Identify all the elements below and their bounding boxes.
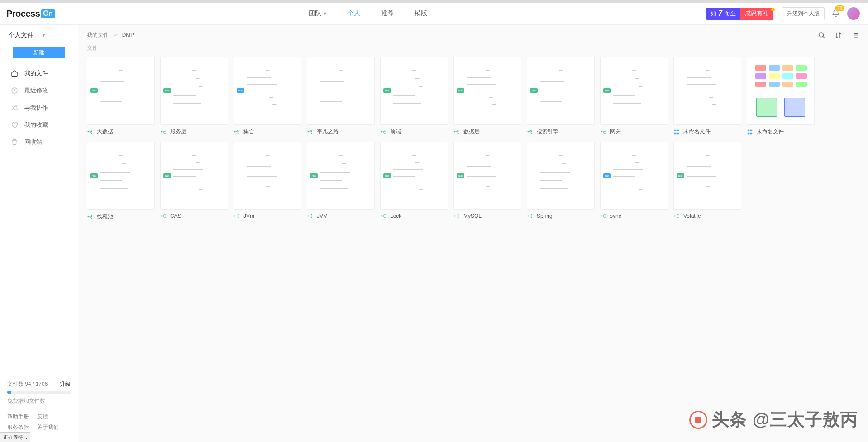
nav-template[interactable]: 模版 (415, 10, 427, 18)
svg-point-29 (531, 130, 532, 130)
clock-icon (11, 87, 18, 94)
file-card[interactable]: root━━━━━━━━━━━━━━━━━━━━线程池 (87, 142, 155, 221)
chevron-down-icon: ▼ (42, 33, 46, 38)
tos-link[interactable]: 服务条款 (7, 423, 29, 431)
file-card[interactable]: root━━━━━━━━━━━━━━━━━━━━网关 (600, 57, 668, 135)
header-right: 如 7 而至 感恩有礼 升级到个人版 28 (706, 7, 860, 20)
sidebar-item-clock[interactable]: 最近修改 (0, 82, 78, 99)
search-icon[interactable] (818, 31, 825, 39)
file-card[interactable]: root━━━━━━━━━━━━━━━━━━━━━━━━Lock (380, 142, 448, 221)
file-name: 网关 (610, 128, 621, 135)
sidebar-item-label: 与我协作 (24, 104, 48, 112)
svg-point-66 (458, 216, 458, 216)
file-name: JVm (243, 213, 254, 219)
upgrade-button[interactable]: 升级到个人版 (782, 7, 825, 20)
file-card[interactable]: root━━━━━━━━━━━━━━━━━━━━━━━━CAS (160, 142, 228, 221)
svg-rect-38 (674, 132, 677, 134)
sidebar-item-trash[interactable]: 回收站 (0, 134, 78, 151)
nav-recommend[interactable]: 推荐 (381, 10, 394, 18)
list-view-icon[interactable] (851, 31, 859, 39)
svg-point-15 (238, 133, 238, 134)
file-card[interactable]: ━━━━━━━━━━━━━━━━━━━━━━━━未命名文件 (673, 57, 741, 135)
watermark: 头条 @三太子敖丙 (689, 408, 858, 431)
file-card[interactable]: root━━━━━━━━━━━━━━━━━━━━JVM (307, 142, 375, 221)
file-name: 平凡之路 (317, 128, 339, 135)
file-card[interactable]: root━━━━━━━━━━━━━━━━━━━━━━━━数据层 (453, 57, 521, 135)
mindmap-icon (307, 213, 313, 219)
sort-icon[interactable] (835, 31, 842, 39)
svg-rect-43 (750, 132, 753, 134)
file-card[interactable]: 未命名文件 (747, 57, 815, 135)
file-card[interactable]: ━━━━━━━━━━━━━━━━━━━━Spring (527, 142, 595, 221)
sidebar-item-heart[interactable]: 我的收藏 (0, 116, 78, 134)
svg-point-3 (819, 33, 824, 37)
svg-point-77 (677, 214, 678, 215)
file-card[interactable]: root━━━━━━━━━━━━━━━━━━━━━━━━集合 (234, 57, 301, 135)
svg-point-68 (527, 216, 529, 217)
quota-hint[interactable]: 免费增加文件数 (7, 397, 71, 405)
svg-point-75 (604, 217, 605, 218)
file-name: 未命名文件 (683, 128, 711, 135)
file-name: 大数据 (97, 128, 113, 135)
file-name: 前端 (390, 128, 401, 135)
nav-personal[interactable]: 个人 (348, 10, 360, 18)
file-name: Spring (537, 213, 553, 219)
file-name: 集合 (243, 128, 254, 135)
watermark-text: 头条 @三太子敖丙 (712, 408, 858, 431)
file-card[interactable]: root━━━━━━━━━━━━━━━━━━━━前端 (380, 57, 448, 135)
quota-bar (7, 391, 71, 394)
svg-point-62 (384, 216, 385, 216)
svg-point-35 (604, 133, 605, 134)
nav-team[interactable]: 团队 ▼ (309, 10, 327, 18)
svg-point-28 (527, 131, 529, 132)
feedback-link[interactable]: 反馈 (37, 413, 48, 421)
file-card[interactable]: root━━━━━━━━━━━━━━━━━━━━服务层 (160, 57, 228, 135)
file-card[interactable]: root━━━━━━━━━━━━━━━━━━━━━━━━sync (600, 142, 668, 221)
mindmap-icon (453, 213, 460, 219)
svg-rect-40 (748, 129, 750, 131)
svg-point-56 (307, 216, 309, 217)
logo-text-b: On (41, 9, 55, 18)
file-card[interactable]: ━━━━━━━━━━━━━━━━平凡之路 (307, 57, 375, 135)
notifications-button[interactable]: 28 (832, 9, 840, 19)
file-name: Lock (390, 213, 401, 219)
promo-banner[interactable]: 如 7 而至 感恩有礼 (706, 8, 775, 20)
svg-point-19 (311, 133, 312, 134)
breadcrumb-root[interactable]: 我的文件 (87, 32, 109, 38)
svg-point-74 (604, 216, 605, 216)
svg-rect-42 (748, 132, 750, 134)
logo[interactable]: Process On (6, 9, 55, 19)
file-card[interactable]: root━━━━━━━━━━━━━━━━搜索引擎 (527, 57, 595, 135)
breadcrumb-separator: > (114, 32, 117, 38)
svg-rect-36 (674, 129, 677, 131)
mindmap-icon (307, 129, 313, 135)
file-card[interactable]: root━━━━━━━━━━━━━━━━MySQL (453, 142, 521, 221)
svg-point-32 (601, 131, 602, 132)
main: 我的文件 > DMP 文件 root━━━━━━━━━━━━━━━━大数据roo… (78, 25, 868, 442)
svg-point-78 (677, 216, 678, 216)
about-link[interactable]: 关于我们 (37, 423, 59, 431)
sidebar-selector[interactable]: 个人文件 ▼ (8, 31, 70, 39)
help-link[interactable]: 帮助手册 (7, 413, 29, 421)
file-name: 未命名文件 (757, 128, 784, 135)
svg-point-18 (311, 131, 312, 132)
avatar[interactable] (847, 7, 860, 20)
nav-template-label: 模版 (415, 10, 427, 18)
new-button[interactable]: 新建 (13, 47, 65, 58)
svg-point-20 (381, 131, 382, 132)
svg-point-57 (311, 214, 312, 215)
svg-rect-37 (677, 129, 679, 131)
file-thumbnail: root━━━━━━━━━━━━━━━━━━━━━━━━ (160, 142, 228, 210)
svg-point-50 (164, 216, 165, 216)
sidebar-item-users[interactable]: 与我协作 (0, 99, 78, 116)
svg-point-72 (601, 216, 602, 217)
file-card[interactable]: root━━━━━━━━━━━━━━━━Volatile (673, 142, 741, 221)
sidebar-item-home[interactable]: 我的文件 (0, 65, 78, 82)
file-card[interactable]: root━━━━━━━━━━━━━━━━大数据 (87, 57, 155, 135)
file-card[interactable]: ━━━━━━━━━━━━━━━━JVm (234, 142, 301, 221)
chevron-down-icon: ▼ (323, 11, 327, 16)
svg-rect-39 (677, 132, 679, 134)
svg-point-54 (238, 216, 238, 216)
file-name: MySQL (463, 213, 482, 219)
quota-upgrade-link[interactable]: 升级 (60, 380, 71, 388)
